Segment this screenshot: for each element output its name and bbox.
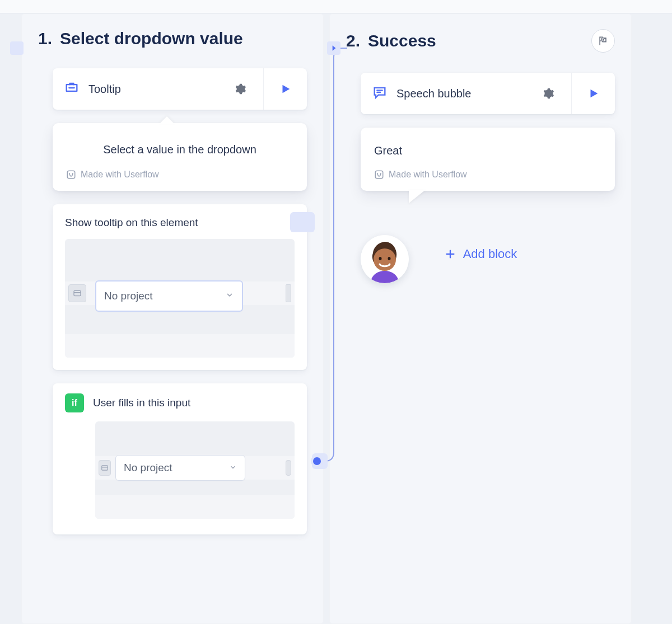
dropdown-value: No project xyxy=(124,462,172,474)
block-type-label: Tooltip xyxy=(88,83,220,96)
svg-rect-0 xyxy=(67,171,75,179)
svg-rect-6 xyxy=(375,171,383,179)
play-button[interactable] xyxy=(263,68,307,110)
gear-icon[interactable] xyxy=(536,82,560,105)
block-main: Speech bubble xyxy=(361,82,571,105)
preview-placeholder-icon xyxy=(286,460,291,476)
attribution-text: Made with Userflow xyxy=(389,170,467,180)
tooltip-icon xyxy=(64,80,80,98)
step-header-2[interactable]: 2. Success xyxy=(329,13,632,64)
chevron-down-icon xyxy=(225,290,234,302)
section-title: Show tooltip on this element xyxy=(65,217,295,229)
step-title: Select dropdown value xyxy=(60,29,307,48)
block-type-label: Speech bubble xyxy=(396,87,528,100)
connector-target-port[interactable] xyxy=(327,41,340,55)
tooltip-arrow-icon xyxy=(159,116,175,124)
if-badge: if xyxy=(65,393,84,412)
userflow-logo-icon xyxy=(374,170,384,180)
preview-placeholder-icon xyxy=(286,284,291,302)
block-row: Tooltip xyxy=(53,68,307,110)
attribution-text: Made with Userflow xyxy=(81,170,159,180)
attribution: Made with Userflow xyxy=(374,170,601,180)
speech-preview[interactable]: Great Made with Userflow xyxy=(361,128,615,191)
trigger-dropdown[interactable]: No project xyxy=(115,455,245,481)
svg-point-4 xyxy=(603,40,604,40)
dropdown-value: No project xyxy=(104,290,153,302)
svg-point-3 xyxy=(601,39,602,39)
attribution: Made with Userflow xyxy=(66,170,293,180)
element-target-section[interactable]: Show tooltip on this element No project xyxy=(53,204,307,370)
preview-placeholder-icon xyxy=(68,284,86,302)
section-side-tab[interactable] xyxy=(290,212,315,232)
svg-rect-2 xyxy=(102,466,108,470)
avatar xyxy=(361,235,409,283)
svg-point-8 xyxy=(374,248,396,271)
chevron-right-icon xyxy=(330,44,338,52)
speech-preview-text: Great xyxy=(374,144,601,157)
step-column-1: 1. Select dropdown value Tooltip xyxy=(21,13,324,624)
block-card-tooltip[interactable]: Tooltip xyxy=(53,68,307,110)
svg-point-9 xyxy=(379,257,382,260)
step-column-2: 2. Success Speech bubble xyxy=(329,13,632,624)
svg-point-10 xyxy=(388,257,391,260)
block-row: Speech bubble xyxy=(361,73,615,114)
plus-icon xyxy=(444,248,456,260)
trigger-header: if User fills in this input xyxy=(65,393,295,412)
goal-flag-button[interactable] xyxy=(591,29,615,53)
speech-bubble-icon xyxy=(372,85,388,102)
trigger-title: User fills in this input xyxy=(93,397,190,409)
step-title: Success xyxy=(368,31,591,50)
play-button[interactable] xyxy=(571,73,615,114)
chevron-down-icon xyxy=(229,462,237,474)
svg-point-5 xyxy=(605,38,605,39)
step-header-1[interactable]: 1. Select dropdown value xyxy=(21,13,324,59)
connector-source-dot[interactable] xyxy=(311,455,323,467)
target-dropdown[interactable]: No project xyxy=(95,280,243,312)
gear-icon[interactable] xyxy=(228,77,252,101)
tooltip-preview-text: Select a value in the dropdown xyxy=(66,143,293,156)
step-input-port[interactable] xyxy=(10,41,24,55)
speech-tail-icon xyxy=(409,190,426,203)
tooltip-preview[interactable]: Select a value in the dropdown Made with… xyxy=(53,123,307,191)
userflow-logo-icon xyxy=(66,170,76,180)
add-block-label: Add block xyxy=(463,247,517,261)
top-bar xyxy=(0,0,672,13)
block-main: Tooltip xyxy=(53,77,263,101)
flow-canvas: 1. Select dropdown value Tooltip xyxy=(0,13,672,624)
preview-placeholder-icon xyxy=(99,460,111,476)
step-number: 2. xyxy=(346,31,360,50)
svg-rect-1 xyxy=(74,290,81,295)
element-preview: No project xyxy=(65,239,295,358)
block-card-speech[interactable]: Speech bubble xyxy=(361,73,615,114)
trigger-card[interactable]: if User fills in this input No project xyxy=(53,383,307,534)
trigger-element-preview: No project xyxy=(95,421,295,519)
flag-icon xyxy=(598,35,609,46)
step-number: 1. xyxy=(38,29,52,48)
